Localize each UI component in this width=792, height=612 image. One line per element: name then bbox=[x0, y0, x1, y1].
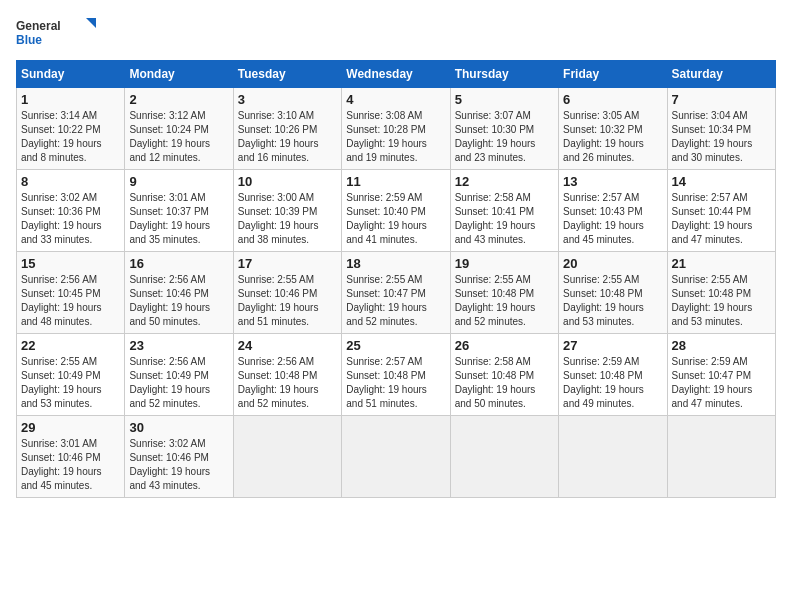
calendar-day-cell: 21Sunrise: 2:55 AMSunset: 10:48 PMDaylig… bbox=[667, 252, 775, 334]
calendar-day-cell: 16Sunrise: 2:56 AMSunset: 10:46 PMDaylig… bbox=[125, 252, 233, 334]
calendar-header-wednesday: Wednesday bbox=[342, 61, 450, 88]
calendar-day-cell: 29Sunrise: 3:01 AMSunset: 10:46 PMDaylig… bbox=[17, 416, 125, 498]
calendar-day-cell: 13Sunrise: 2:57 AMSunset: 10:43 PMDaylig… bbox=[559, 170, 667, 252]
calendar-day-cell: 4Sunrise: 3:08 AMSunset: 10:28 PMDayligh… bbox=[342, 88, 450, 170]
calendar-header-tuesday: Tuesday bbox=[233, 61, 341, 88]
day-number: 28 bbox=[672, 338, 771, 353]
day-info: Sunrise: 3:02 AMSunset: 10:46 PMDaylight… bbox=[129, 437, 228, 493]
day-info: Sunrise: 2:56 AMSunset: 10:45 PMDaylight… bbox=[21, 273, 120, 329]
calendar-day-cell: 27Sunrise: 2:59 AMSunset: 10:48 PMDaylig… bbox=[559, 334, 667, 416]
day-number: 26 bbox=[455, 338, 554, 353]
day-number: 5 bbox=[455, 92, 554, 107]
svg-marker-1 bbox=[86, 18, 96, 28]
day-info: Sunrise: 2:56 AMSunset: 10:48 PMDaylight… bbox=[238, 355, 337, 411]
calendar-day-cell: 15Sunrise: 2:56 AMSunset: 10:45 PMDaylig… bbox=[17, 252, 125, 334]
day-info: Sunrise: 2:55 AMSunset: 10:47 PMDaylight… bbox=[346, 273, 445, 329]
day-info: Sunrise: 2:59 AMSunset: 10:40 PMDaylight… bbox=[346, 191, 445, 247]
day-number: 25 bbox=[346, 338, 445, 353]
calendar-day-cell: 9Sunrise: 3:01 AMSunset: 10:37 PMDayligh… bbox=[125, 170, 233, 252]
day-number: 9 bbox=[129, 174, 228, 189]
day-number: 17 bbox=[238, 256, 337, 271]
day-number: 15 bbox=[21, 256, 120, 271]
day-info: Sunrise: 2:55 AMSunset: 10:46 PMDaylight… bbox=[238, 273, 337, 329]
calendar-day-cell: 11Sunrise: 2:59 AMSunset: 10:40 PMDaylig… bbox=[342, 170, 450, 252]
calendar-day-cell: 30Sunrise: 3:02 AMSunset: 10:46 PMDaylig… bbox=[125, 416, 233, 498]
day-number: 2 bbox=[129, 92, 228, 107]
calendar-day-cell: 1Sunrise: 3:14 AMSunset: 10:22 PMDayligh… bbox=[17, 88, 125, 170]
empty-cell bbox=[233, 416, 341, 498]
day-number: 18 bbox=[346, 256, 445, 271]
day-number: 20 bbox=[563, 256, 662, 271]
calendar-day-cell: 19Sunrise: 2:55 AMSunset: 10:48 PMDaylig… bbox=[450, 252, 558, 334]
calendar-day-cell: 10Sunrise: 3:00 AMSunset: 10:39 PMDaylig… bbox=[233, 170, 341, 252]
day-number: 22 bbox=[21, 338, 120, 353]
calendar-day-cell: 18Sunrise: 2:55 AMSunset: 10:47 PMDaylig… bbox=[342, 252, 450, 334]
day-info: Sunrise: 2:55 AMSunset: 10:48 PMDaylight… bbox=[672, 273, 771, 329]
day-info: Sunrise: 3:10 AMSunset: 10:26 PMDaylight… bbox=[238, 109, 337, 165]
day-info: Sunrise: 2:58 AMSunset: 10:48 PMDaylight… bbox=[455, 355, 554, 411]
day-info: Sunrise: 2:56 AMSunset: 10:49 PMDaylight… bbox=[129, 355, 228, 411]
day-info: Sunrise: 2:55 AMSunset: 10:48 PMDaylight… bbox=[455, 273, 554, 329]
day-info: Sunrise: 3:02 AMSunset: 10:36 PMDaylight… bbox=[21, 191, 120, 247]
calendar-day-cell: 26Sunrise: 2:58 AMSunset: 10:48 PMDaylig… bbox=[450, 334, 558, 416]
calendar-day-cell: 20Sunrise: 2:55 AMSunset: 10:48 PMDaylig… bbox=[559, 252, 667, 334]
calendar-day-cell: 14Sunrise: 2:57 AMSunset: 10:44 PMDaylig… bbox=[667, 170, 775, 252]
day-number: 7 bbox=[672, 92, 771, 107]
calendar-day-cell: 25Sunrise: 2:57 AMSunset: 10:48 PMDaylig… bbox=[342, 334, 450, 416]
day-number: 16 bbox=[129, 256, 228, 271]
day-number: 27 bbox=[563, 338, 662, 353]
logo-svg: General Blue bbox=[16, 16, 96, 52]
calendar-header-saturday: Saturday bbox=[667, 61, 775, 88]
day-info: Sunrise: 3:04 AMSunset: 10:34 PMDaylight… bbox=[672, 109, 771, 165]
day-info: Sunrise: 3:01 AMSunset: 10:37 PMDaylight… bbox=[129, 191, 228, 247]
day-info: Sunrise: 2:57 AMSunset: 10:48 PMDaylight… bbox=[346, 355, 445, 411]
calendar-table: SundayMondayTuesdayWednesdayThursdayFrid… bbox=[16, 60, 776, 498]
day-info: Sunrise: 2:57 AMSunset: 10:44 PMDaylight… bbox=[672, 191, 771, 247]
calendar-day-cell: 5Sunrise: 3:07 AMSunset: 10:30 PMDayligh… bbox=[450, 88, 558, 170]
calendar-day-cell: 2Sunrise: 3:12 AMSunset: 10:24 PMDayligh… bbox=[125, 88, 233, 170]
calendar-day-cell: 23Sunrise: 2:56 AMSunset: 10:49 PMDaylig… bbox=[125, 334, 233, 416]
calendar-week-row: 1Sunrise: 3:14 AMSunset: 10:22 PMDayligh… bbox=[17, 88, 776, 170]
day-number: 1 bbox=[21, 92, 120, 107]
svg-text:General: General bbox=[16, 19, 61, 33]
day-info: Sunrise: 3:05 AMSunset: 10:32 PMDaylight… bbox=[563, 109, 662, 165]
calendar-header-monday: Monday bbox=[125, 61, 233, 88]
day-number: 6 bbox=[563, 92, 662, 107]
day-number: 21 bbox=[672, 256, 771, 271]
calendar-day-cell: 28Sunrise: 2:59 AMSunset: 10:47 PMDaylig… bbox=[667, 334, 775, 416]
day-number: 10 bbox=[238, 174, 337, 189]
calendar-day-cell: 24Sunrise: 2:56 AMSunset: 10:48 PMDaylig… bbox=[233, 334, 341, 416]
calendar-header-thursday: Thursday bbox=[450, 61, 558, 88]
day-info: Sunrise: 2:59 AMSunset: 10:47 PMDaylight… bbox=[672, 355, 771, 411]
day-info: Sunrise: 2:59 AMSunset: 10:48 PMDaylight… bbox=[563, 355, 662, 411]
day-number: 3 bbox=[238, 92, 337, 107]
day-number: 11 bbox=[346, 174, 445, 189]
calendar-header-row: SundayMondayTuesdayWednesdayThursdayFrid… bbox=[17, 61, 776, 88]
day-number: 8 bbox=[21, 174, 120, 189]
page-header: General Blue bbox=[16, 16, 776, 52]
day-info: Sunrise: 3:00 AMSunset: 10:39 PMDaylight… bbox=[238, 191, 337, 247]
calendar-day-cell: 6Sunrise: 3:05 AMSunset: 10:32 PMDayligh… bbox=[559, 88, 667, 170]
calendar-header-sunday: Sunday bbox=[17, 61, 125, 88]
calendar-day-cell: 12Sunrise: 2:58 AMSunset: 10:41 PMDaylig… bbox=[450, 170, 558, 252]
day-info: Sunrise: 2:58 AMSunset: 10:41 PMDaylight… bbox=[455, 191, 554, 247]
day-number: 12 bbox=[455, 174, 554, 189]
day-info: Sunrise: 2:55 AMSunset: 10:48 PMDaylight… bbox=[563, 273, 662, 329]
calendar-day-cell: 8Sunrise: 3:02 AMSunset: 10:36 PMDayligh… bbox=[17, 170, 125, 252]
day-number: 19 bbox=[455, 256, 554, 271]
day-number: 24 bbox=[238, 338, 337, 353]
empty-cell bbox=[667, 416, 775, 498]
calendar-day-cell: 17Sunrise: 2:55 AMSunset: 10:46 PMDaylig… bbox=[233, 252, 341, 334]
day-info: Sunrise: 2:56 AMSunset: 10:46 PMDaylight… bbox=[129, 273, 228, 329]
empty-cell bbox=[342, 416, 450, 498]
day-info: Sunrise: 3:08 AMSunset: 10:28 PMDaylight… bbox=[346, 109, 445, 165]
svg-text:Blue: Blue bbox=[16, 33, 42, 47]
calendar-header-friday: Friday bbox=[559, 61, 667, 88]
calendar-day-cell: 7Sunrise: 3:04 AMSunset: 10:34 PMDayligh… bbox=[667, 88, 775, 170]
day-number: 14 bbox=[672, 174, 771, 189]
logo: General Blue bbox=[16, 16, 96, 52]
day-info: Sunrise: 3:01 AMSunset: 10:46 PMDaylight… bbox=[21, 437, 120, 493]
empty-cell bbox=[450, 416, 558, 498]
empty-cell bbox=[559, 416, 667, 498]
day-number: 23 bbox=[129, 338, 228, 353]
